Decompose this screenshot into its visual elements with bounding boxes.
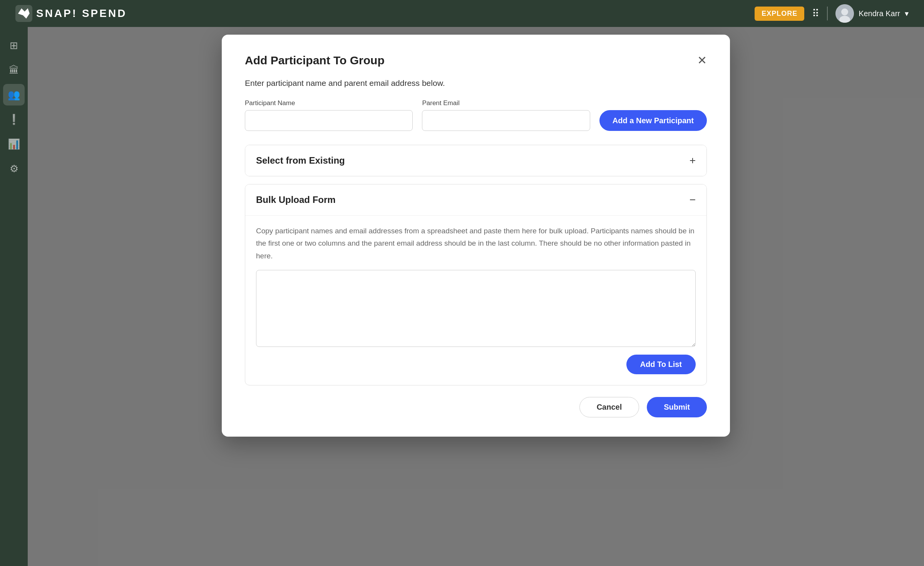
modal-overlay: Add Participant To Group ✕ Enter partici… xyxy=(28,27,924,566)
user-menu[interactable]: Kendra Karr ▾ xyxy=(835,4,909,23)
logo-area: SNAP! SPEND xyxy=(15,5,127,22)
select-existing-title: Select from Existing xyxy=(256,155,345,166)
sidebar-item-alerts[interactable]: ❕ xyxy=(3,109,25,130)
nav-right: EXPLORE ⠿ Kendra Karr ▾ xyxy=(755,4,909,23)
bulk-upload-header[interactable]: Bulk Upload Form − xyxy=(245,184,706,215)
bulk-upload-textarea[interactable] xyxy=(256,270,696,347)
cancel-button[interactable]: Cancel xyxy=(579,397,639,417)
analytics-icon: 📊 xyxy=(8,138,20,150)
parent-email-input[interactable] xyxy=(422,110,590,131)
main-content: Add Participant To Group ✕ Enter partici… xyxy=(28,27,924,566)
select-existing-toggle-icon: + xyxy=(690,154,696,167)
parent-email-label: Parent Email xyxy=(422,99,590,107)
bulk-upload-footer: Add To List xyxy=(256,355,696,374)
logo-text: SNAP! SPEND xyxy=(36,7,127,20)
participant-name-group: Participant Name xyxy=(245,99,413,131)
alerts-icon: ❕ xyxy=(8,114,20,126)
participant-name-label: Participant Name xyxy=(245,99,413,107)
bank-icon: 🏛 xyxy=(9,64,19,76)
settings-icon: ⚙ xyxy=(10,163,18,175)
sidebar-item-settings[interactable]: ⚙ xyxy=(3,158,25,179)
user-name: Kendra Karr xyxy=(859,9,900,18)
bulk-upload-description: Copy participant names and email address… xyxy=(256,216,696,262)
bulk-upload-toggle-icon: − xyxy=(690,194,696,206)
bulk-upload-section: Bulk Upload Form − Copy participant name… xyxy=(245,184,707,385)
bulk-upload-title: Bulk Upload Form xyxy=(256,194,336,205)
avatar xyxy=(835,4,854,23)
modal-title: Add Participant To Group xyxy=(245,54,385,67)
modal-dialog: Add Participant To Group ✕ Enter partici… xyxy=(222,35,730,437)
select-existing-section: Select from Existing + xyxy=(245,145,707,176)
snap-logo-icon xyxy=(15,5,32,22)
top-nav: SNAP! SPEND EXPLORE ⠿ Kendra Karr ▾ xyxy=(0,0,924,27)
grid-icon[interactable]: ⠿ xyxy=(812,8,819,20)
close-button[interactable]: ✕ xyxy=(697,55,707,66)
dashboard-icon: ⊞ xyxy=(10,40,18,52)
submit-button[interactable]: Submit xyxy=(647,397,707,417)
sidebar-item-participants[interactable]: 👥 xyxy=(3,84,25,105)
sidebar-item-analytics[interactable]: 📊 xyxy=(3,133,25,155)
nav-divider xyxy=(827,7,828,20)
modal-subtitle: Enter participant name and parent email … xyxy=(245,79,707,88)
participants-icon: 👥 xyxy=(8,89,20,101)
svg-point-2 xyxy=(841,8,848,15)
modal-header: Add Participant To Group ✕ xyxy=(245,54,707,67)
participant-name-input[interactable] xyxy=(245,110,413,131)
explore-button[interactable]: EXPLORE xyxy=(755,7,804,21)
add-to-list-button[interactable]: Add To List xyxy=(626,355,696,374)
select-existing-header[interactable]: Select from Existing + xyxy=(245,145,706,176)
modal-footer: Cancel Submit xyxy=(245,397,707,417)
new-participant-form: Participant Name Parent Email Add a New … xyxy=(245,99,707,131)
sidebar-item-dashboard[interactable]: ⊞ xyxy=(3,35,25,56)
parent-email-group: Parent Email xyxy=(422,99,590,131)
chevron-down-icon: ▾ xyxy=(905,9,909,18)
add-participant-button[interactable]: Add a New Participant xyxy=(599,110,707,131)
bulk-upload-body: Copy participant names and email address… xyxy=(245,215,706,385)
sidebar-item-bank[interactable]: 🏛 xyxy=(3,59,25,81)
sidebar: ⊞ 🏛 👥 ❕ 📊 ⚙ xyxy=(0,27,28,566)
